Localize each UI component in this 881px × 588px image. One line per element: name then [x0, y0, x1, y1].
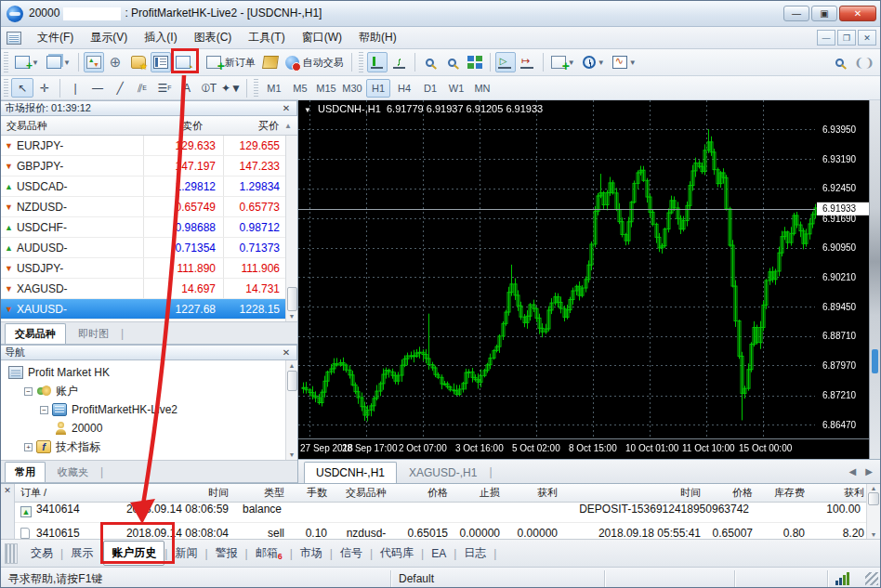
indicators-button[interactable]: ▼ [548, 52, 578, 72]
timeframe-h4[interactable]: H4 [392, 79, 416, 98]
market-watch-row-usdjpy[interactable]: ▼USDJPY-111.890111.906 [1, 258, 285, 279]
timeframe-h1[interactable]: H1 [366, 79, 390, 98]
chart-dropdown-icon[interactable]: ▼ [304, 106, 311, 114]
navigator-tab-0[interactable]: 常用 [5, 462, 46, 482]
terminal-column-4[interactable]: 交易品种 [333, 486, 400, 500]
terminal-tab-9[interactable]: EA [424, 543, 454, 564]
chart-tab-xagusdh1[interactable]: XAGUSD-,H1 [397, 462, 489, 483]
market-watch-row-xagusd[interactable]: ▼XAGUSD-14.69714.731 [1, 279, 285, 299]
market-watch-tab-1[interactable]: 即时图 [68, 323, 119, 344]
market-watch-row-gbpjpy[interactable]: ▼GBPJPY-147.197147.233 [1, 156, 285, 176]
chat-button[interactable] [851, 52, 872, 72]
line-chart-mode-button[interactable] [389, 52, 410, 72]
zoom-in-button[interactable] [420, 52, 440, 72]
arrows-tool[interactable]: ✦▼ [220, 78, 243, 98]
terminal-tab-5[interactable]: 邮箱6 [248, 542, 290, 565]
terminal-column-10[interactable]: 库存费 [758, 486, 810, 500]
market-watch-row-eurjpy[interactable]: ▼EURJPY-129.633129.655 [1, 136, 285, 156]
status-profile[interactable]: Default [391, 570, 605, 588]
templates-button[interactable]: ▼ [610, 52, 639, 72]
navigator-toggle[interactable] [128, 52, 149, 72]
market-watch-close-icon[interactable]: ✕ [280, 103, 293, 113]
timeframe-m5[interactable]: M5 [288, 79, 312, 98]
timeframe-m30[interactable]: M30 [340, 79, 364, 98]
terminal-scrollbar[interactable]: ▲ ▼ [866, 484, 880, 539]
market-watch-row-usdcad[interactable]: ▲USDCAD-1.298121.29834 [1, 176, 285, 197]
restore-button[interactable]: ▣ [811, 6, 837, 21]
navigator-item-3[interactable]: 20000 [5, 419, 297, 438]
scrollbar-thumb[interactable] [287, 287, 297, 311]
terminal-tab-0[interactable]: 交易 [23, 542, 60, 565]
terminal-column-0[interactable]: 订单 / [15, 486, 117, 500]
dock-grip-icon[interactable] [5, 543, 18, 564]
menu-item-0[interactable]: 文件(F) [29, 28, 82, 46]
scroll-up-icon[interactable]: ▲ [284, 122, 297, 130]
chart-window-icon[interactable] [7, 32, 21, 45]
price-chart[interactable] [298, 100, 869, 459]
navigator-item-2[interactable]: −ProfitMarketHK-Live2 [5, 400, 297, 419]
timeframe-d1[interactable]: D1 [418, 79, 442, 98]
menu-item-1[interactable]: 显示(V) [82, 28, 136, 46]
order-row[interactable]: 34106152018.09.14 08:08:04sell0.10nzdusd… [15, 523, 866, 539]
text-tool[interactable]: A [176, 78, 198, 98]
profiles-button[interactable]: ▼ [44, 52, 73, 72]
timeframe-w1[interactable]: W1 [444, 79, 468, 98]
crosshair-tool[interactable]: ✛ [33, 78, 56, 98]
scroll-down-icon[interactable]: ▼ [871, 530, 877, 539]
navigator-item-1[interactable]: −账户 [5, 382, 297, 400]
terminal-column-11[interactable]: 获利 [810, 486, 866, 500]
new-order-button[interactable]: 新订单 [204, 52, 258, 72]
menu-item-4[interactable]: 工具(T) [240, 28, 293, 46]
chart-tabs-right-icon[interactable]: ▶ [865, 466, 873, 477]
zoom-out-button[interactable] [442, 52, 463, 72]
chart-shift-button[interactable] [518, 52, 538, 72]
trendline-tool[interactable]: ╱ [109, 78, 131, 98]
fibonacci-tool[interactable]: ☰F [153, 78, 176, 98]
market-watch-row-xauusd[interactable]: ▼XAUUSD-1227.681228.15 [1, 299, 285, 320]
terminal-close-icon[interactable]: ✕ [4, 484, 11, 495]
child-restore-button[interactable]: ❐ [837, 30, 856, 46]
terminal-column-6[interactable]: 止损 [454, 486, 506, 500]
chart-tabs-left-icon[interactable]: ◀ [849, 466, 857, 477]
terminal-column-1[interactable]: 时间 [117, 486, 234, 500]
balance-row[interactable]: ▲34106142018.09.14 08:06:59balanceDEPOSI… [15, 503, 866, 523]
navigator-scrollbar[interactable]: ▲ ▼ [285, 360, 297, 460]
tree-expander-icon[interactable]: − [40, 406, 48, 414]
autotrading-button[interactable]: 自动交易 [283, 52, 347, 72]
auto-scroll-button[interactable] [495, 52, 516, 72]
text-label-tool[interactable]: ⦶T [198, 78, 220, 98]
scrollbar-thumb[interactable] [287, 371, 297, 391]
market-watch-row-nzdusd[interactable]: ▼NZDUSD-0.657490.65773 [1, 197, 285, 217]
resize-grip[interactable] [865, 572, 878, 585]
terminal-toggle[interactable] [151, 52, 171, 72]
minimize-button[interactable]: — [783, 6, 809, 21]
strategy-tester-button[interactable] [173, 52, 193, 72]
bar-chart-mode-button[interactable] [367, 52, 388, 72]
market-watch-tab-0[interactable]: 交易品种 [5, 323, 66, 344]
timeframe-m15[interactable]: M15 [314, 79, 338, 98]
new-chart-button[interactable]: ▼ [12, 52, 42, 72]
channel-tool[interactable]: ⫽E [131, 78, 153, 98]
navigator-close-icon[interactable]: ✕ [280, 347, 293, 358]
menu-item-6[interactable]: 帮助(H) [350, 28, 405, 46]
terminal-column-7[interactable]: 获利 [506, 486, 563, 500]
timeframe-mn[interactable]: MN [470, 79, 494, 98]
tree-expander-icon[interactable]: − [24, 387, 33, 396]
scroll-down-icon[interactable]: ▼ [289, 311, 296, 321]
vertical-line-tool[interactable]: | [64, 78, 86, 98]
metaeditor-button[interactable] [260, 52, 281, 72]
tree-expander-icon[interactable]: + [24, 443, 33, 451]
navigator-item-4[interactable]: +f技术指标 [5, 438, 297, 456]
market-watch-toggle[interactable] [84, 52, 104, 72]
terminal-tab-1[interactable]: 展示 [63, 542, 100, 565]
child-close-button[interactable]: ✕ [858, 30, 876, 46]
terminal-tab-7[interactable]: 信号 [333, 542, 370, 565]
terminal-column-5[interactable]: 价格 [400, 486, 454, 500]
scroll-up-icon[interactable]: ▲ [871, 484, 877, 492]
chart-edge-scrollbar[interactable] [869, 100, 880, 459]
terminal-column-2[interactable]: 类型 [234, 486, 290, 500]
scroll-up-icon[interactable]: ▲ [289, 360, 296, 371]
menu-item-5[interactable]: 窗口(W) [294, 28, 350, 46]
tile-windows-button[interactable] [465, 52, 485, 72]
market-watch-row-usdchf[interactable]: ▲USDCHF-0.986880.98712 [1, 217, 285, 238]
